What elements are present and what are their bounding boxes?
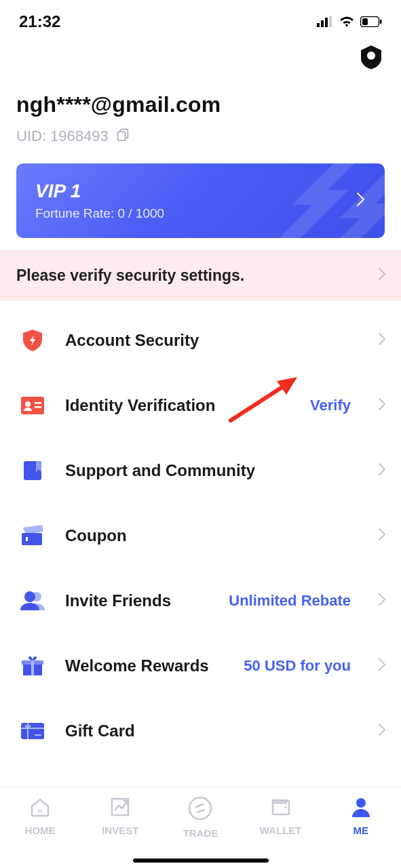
- menu-item-label: Identity Verification: [65, 396, 290, 415]
- menu-item-label: Account Security: [65, 331, 358, 350]
- chevron-right-icon: [378, 723, 386, 739]
- chevron-right-icon: [378, 593, 386, 609]
- person-icon: [349, 795, 373, 821]
- vip-card[interactable]: VIP 1 Fortune Rate: 0 / 1000: [16, 163, 385, 238]
- nav-wallet[interactable]: WALLET: [250, 795, 311, 836]
- svg-rect-3: [329, 16, 332, 27]
- shield-icon: [20, 328, 45, 353]
- vip-card-decor: [276, 163, 385, 238]
- menu-item-label: Welcome Rewards: [65, 656, 223, 675]
- svg-rect-13: [35, 406, 41, 408]
- gift-icon: [20, 654, 45, 678]
- invest-icon: [109, 795, 132, 821]
- svg-rect-6: [380, 20, 382, 24]
- copy-icon[interactable]: [115, 127, 130, 146]
- verify-security-banner[interactable]: Please verify security settings.: [0, 250, 401, 301]
- svg-rect-15: [22, 533, 42, 545]
- battery-icon: [360, 12, 382, 31]
- menu-item-welcome-rewards[interactable]: Welcome Rewards 50 USD for you: [0, 633, 401, 698]
- wifi-icon: [339, 12, 355, 31]
- nav-trade[interactable]: TRADE: [170, 795, 231, 839]
- status-bar: 21:32: [0, 0, 401, 38]
- banner-text: Please verify security settings.: [16, 267, 244, 285]
- menu-item-accent: Verify: [310, 397, 351, 414]
- svg-rect-26: [38, 810, 42, 812]
- menu-item-support-community[interactable]: Support and Community: [0, 438, 401, 503]
- trade-icon: [187, 795, 213, 823]
- menu-item-label: Support and Community: [65, 461, 358, 480]
- svg-rect-0: [317, 23, 320, 27]
- svg-point-7: [367, 52, 375, 60]
- svg-rect-5: [362, 18, 368, 25]
- uid-text: UID: 1968493: [16, 127, 109, 145]
- top-actions: [0, 38, 401, 73]
- menu-item-label: Coupon: [65, 526, 358, 545]
- svg-point-32: [356, 798, 366, 808]
- nav-label: INVEST: [102, 825, 138, 836]
- cellular-icon: [317, 12, 333, 31]
- nav-label: WALLET: [260, 825, 302, 836]
- menu-item-label: Gift Card: [65, 722, 358, 741]
- svg-rect-12: [35, 402, 41, 404]
- nav-me[interactable]: ME: [330, 795, 392, 836]
- nav-invest[interactable]: INVEST: [90, 795, 151, 836]
- person-icon: [20, 589, 45, 613]
- menu-item-invite-friends[interactable]: Invite Friends Unlimited Rebate: [0, 568, 401, 633]
- nav-label: TRADE: [183, 827, 218, 839]
- menu-item-label: Invite Friends: [65, 591, 208, 610]
- svg-rect-10: [21, 397, 44, 414]
- vip-subtitle: Fortune Rate: 0 / 1000: [35, 206, 164, 221]
- menu-item-gift-card[interactable]: Gift Card: [0, 698, 401, 764]
- svg-rect-1: [321, 20, 324, 27]
- bottom-nav: HOME INVEST TRADE WALLET ME: [0, 787, 401, 868]
- menu-item-account-security[interactable]: Account Security: [0, 308, 401, 373]
- svg-point-18: [24, 591, 35, 602]
- coupon-icon: [20, 524, 45, 548]
- id-card-icon: [20, 393, 45, 418]
- gift-card-icon: [20, 719, 45, 743]
- chevron-right-icon: [378, 528, 386, 544]
- svg-point-11: [25, 401, 31, 407]
- user-email: ngh****@gmail.com: [0, 73, 401, 121]
- home-icon: [28, 795, 52, 821]
- svg-rect-9: [117, 132, 125, 140]
- chevron-right-icon: [378, 462, 386, 479]
- vip-title: VIP 1: [35, 180, 164, 202]
- chevron-right-icon: [378, 332, 386, 349]
- nav-label: HOME: [25, 825, 56, 836]
- home-indicator: [133, 859, 269, 863]
- nav-label: ME: [354, 825, 369, 836]
- svg-point-31: [284, 807, 286, 809]
- nav-home[interactable]: HOME: [9, 795, 71, 836]
- svg-rect-22: [21, 723, 44, 739]
- menu-item-accent: 50 USD for you: [244, 657, 351, 675]
- bookmark-icon: [20, 458, 45, 483]
- svg-rect-23: [35, 734, 41, 736]
- wallet-icon: [269, 795, 292, 821]
- svg-rect-21: [31, 660, 34, 675]
- svg-rect-2: [325, 18, 328, 27]
- status-time: 21:32: [19, 12, 60, 31]
- settings-list: Account Security Identity Verification V…: [0, 301, 401, 764]
- security-hexagon-icon[interactable]: [358, 43, 385, 73]
- uid-row: UID: 1968493: [0, 121, 401, 159]
- menu-item-coupon[interactable]: Coupon: [0, 503, 401, 568]
- menu-item-accent: Unlimited Rebate: [229, 592, 351, 610]
- chevron-right-icon: [378, 267, 386, 285]
- chevron-right-icon: [378, 397, 386, 414]
- status-icons: [317, 12, 382, 31]
- svg-point-28: [189, 797, 211, 819]
- svg-rect-16: [26, 537, 28, 541]
- chevron-right-icon: [378, 658, 386, 674]
- menu-item-identity-verification[interactable]: Identity Verification Verify: [0, 373, 401, 438]
